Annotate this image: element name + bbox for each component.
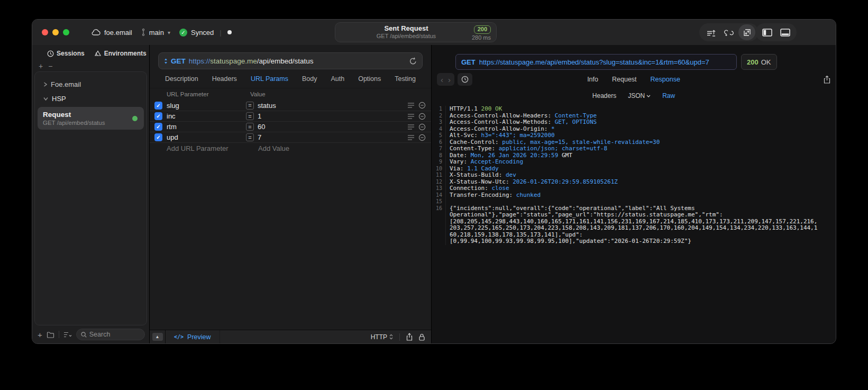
- chevron-down-icon[interactable]: ▾: [168, 30, 170, 35]
- sent-request-summary[interactable]: Sent Request GET /api/embed/status 200 2…: [335, 22, 497, 42]
- reload-icon[interactable]: [409, 57, 417, 65]
- line-number: [432, 232, 445, 239]
- param-checkbox[interactable]: ✓: [154, 102, 162, 110]
- import-export-window-icon[interactable]: [738, 24, 755, 40]
- tab-testing[interactable]: Testing: [395, 75, 416, 83]
- add-param-value-placeholder[interactable]: Add Value: [258, 144, 426, 152]
- param-name[interactable]: slug: [167, 102, 246, 110]
- param-value[interactable]: 1: [258, 112, 404, 120]
- tab-url-params[interactable]: URL Params: [251, 75, 288, 83]
- remove-row-icon[interactable]: [418, 102, 426, 109]
- request-url-bar[interactable]: GET https://statuspage.me/api/embed/stat…: [158, 52, 423, 69]
- sidebar-search[interactable]: [76, 329, 145, 340]
- subtab-headers[interactable]: Headers: [592, 92, 616, 99]
- subtab-json[interactable]: JSON: [628, 92, 651, 99]
- add-param-name-placeholder[interactable]: Add URL Parameter: [167, 144, 258, 152]
- response-raw-view[interactable]: 1HTTP/1.1 200 OK2Access-Control-Allow-He…: [432, 103, 836, 343]
- param-value[interactable]: 60: [258, 123, 404, 131]
- param-checkbox[interactable]: ✓: [154, 133, 162, 141]
- add-request-button[interactable]: +: [38, 330, 42, 339]
- window-controls: [42, 29, 69, 35]
- search-icon: [81, 332, 87, 338]
- tab-auth[interactable]: Auth: [331, 75, 344, 83]
- remove-row-icon[interactable]: [418, 134, 426, 141]
- minimize-window-button[interactable]: [52, 29, 59, 35]
- branch-name[interactable]: main: [149, 29, 164, 37]
- tab-environments[interactable]: Environments: [94, 50, 147, 57]
- expand-panel-button[interactable]: ▲: [150, 330, 166, 343]
- request-tabs: DescriptionHeadersURL ParamsBodyAuthOpti…: [150, 69, 431, 88]
- code-line: 14Transfer-Encoding: chunked: [432, 192, 836, 199]
- param-value[interactable]: status: [258, 102, 404, 110]
- request-method[interactable]: GET: [171, 57, 186, 65]
- tab-response[interactable]: Response: [651, 76, 680, 83]
- request-panel: GET https://statuspage.me/api/embed/stat…: [149, 45, 432, 343]
- export-lines-icon[interactable]: [702, 24, 719, 40]
- line-number: 12: [432, 179, 445, 186]
- chevron-down-icon: [43, 97, 48, 101]
- protocol-selector[interactable]: HTTP: [371, 333, 393, 341]
- tab-info[interactable]: Info: [587, 76, 598, 83]
- param-name[interactable]: rtm: [167, 123, 246, 131]
- line-number: [432, 238, 445, 245]
- line-number: [432, 212, 445, 219]
- params-col-name: URL Parameter: [167, 91, 250, 97]
- param-value[interactable]: 7: [258, 133, 404, 141]
- close-window-button[interactable]: [42, 29, 48, 35]
- add-session-button[interactable]: +: [39, 62, 43, 70]
- response-status-text: OK: [761, 58, 771, 66]
- param-checkbox[interactable]: ✓: [154, 112, 162, 120]
- share-icon[interactable]: [406, 333, 413, 341]
- row-options-icon[interactable]: [408, 124, 414, 130]
- tab-body[interactable]: Body: [302, 75, 317, 83]
- line-number: 6: [432, 139, 445, 146]
- param-checkbox[interactable]: ✓: [154, 123, 162, 131]
- chevron-right-icon: [43, 82, 47, 87]
- preview-button[interactable]: </> Preview: [166, 330, 220, 343]
- response-subtabs: HeadersJSONRaw: [432, 89, 836, 103]
- zoom-window-button[interactable]: [63, 29, 69, 35]
- row-options-icon[interactable]: [408, 135, 414, 140]
- response-panel: GET https://statuspage.me/api/embed/stat…: [432, 45, 836, 343]
- new-folder-icon[interactable]: [47, 331, 54, 338]
- branch-icon: [141, 29, 145, 36]
- params-header-row: URL Parameter Value: [150, 88, 431, 100]
- tree-group-hsp[interactable]: HSP: [35, 92, 147, 106]
- method-selector-updown-icon[interactable]: [164, 58, 168, 64]
- equals-icon: =: [246, 133, 254, 141]
- sync-status[interactable]: Synced: [191, 29, 214, 37]
- response-url-readout[interactable]: GET https://statuspage.me/api/embed/stat…: [455, 54, 737, 70]
- equals-icon: =: [246, 123, 254, 131]
- equals-icon: =: [246, 112, 254, 120]
- param-name[interactable]: inc: [167, 112, 246, 120]
- tab-headers[interactable]: Headers: [212, 75, 237, 83]
- sidebar-layout-icon[interactable]: [759, 24, 775, 40]
- request-panel-footer: ▲ </> Preview HTTP: [150, 330, 431, 343]
- project-name[interactable]: foe.email: [104, 29, 132, 37]
- chevron-down-icon: [646, 95, 651, 97]
- remove-row-icon[interactable]: [418, 123, 426, 131]
- sync-loop-icon[interactable]: [720, 24, 737, 40]
- remove-row-icon[interactable]: [418, 113, 426, 120]
- tab-description[interactable]: Description: [165, 75, 198, 83]
- param-row: ✓rtm=60: [150, 121, 431, 132]
- search-input[interactable]: [89, 331, 140, 338]
- export-response-icon[interactable]: [824, 75, 830, 84]
- sort-filter-icon[interactable]: [63, 332, 72, 338]
- tab-sessions[interactable]: Sessions: [47, 50, 85, 57]
- tree-group-foe-email[interactable]: Foe.email: [35, 77, 147, 92]
- row-options-icon[interactable]: [408, 114, 414, 119]
- request-list-item-selected[interactable]: Request GET /api/embed/status: [38, 107, 144, 130]
- remove-session-button[interactable]: −: [48, 62, 52, 70]
- sidebar: Sessions Environments + − Foe.: [32, 45, 149, 343]
- tab-options[interactable]: Options: [358, 75, 381, 83]
- add-param-row[interactable]: Add URL Parameter Add Value: [150, 142, 431, 154]
- subtab-raw[interactable]: Raw: [662, 92, 675, 99]
- request-item-subtitle: GET /api/embed/status: [43, 120, 139, 126]
- tab-request[interactable]: Request: [612, 76, 637, 83]
- divider: |: [220, 29, 221, 37]
- lock-icon[interactable]: [419, 333, 425, 341]
- row-options-icon[interactable]: [408, 103, 414, 108]
- param-name[interactable]: upd: [167, 133, 246, 141]
- bottom-panel-layout-icon[interactable]: [776, 24, 793, 40]
